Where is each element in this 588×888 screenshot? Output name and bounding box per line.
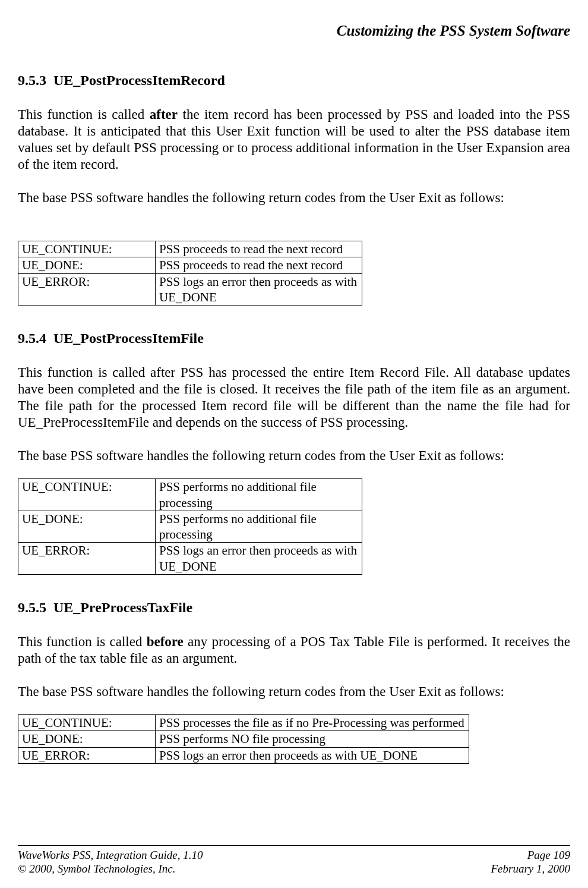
footer-date: February 1, 2000 bbox=[491, 862, 570, 876]
section-paragraph: This function is called after PSS has pr… bbox=[18, 364, 570, 431]
return-codes-table: UE_CONTINUE:PSS performs no additional f… bbox=[18, 478, 362, 575]
page-footer: WaveWorks PSS, Integration Guide, 1.10 ©… bbox=[18, 845, 570, 889]
return-code: UE_ERROR: bbox=[18, 543, 156, 575]
return-code-description: PSS proceeds to read the next record bbox=[156, 257, 362, 273]
bold-text: after bbox=[150, 107, 178, 122]
section-number: 9.5.4 bbox=[18, 330, 46, 347]
footer-page-number: Page 109 bbox=[491, 848, 570, 862]
section-title: UE_PostProcessItemRecord bbox=[53, 73, 225, 88]
return-codes-table: UE_CONTINUE:PSS processes the file as if… bbox=[18, 714, 469, 764]
return-code: UE_CONTINUE: bbox=[18, 241, 156, 257]
return-code-description: PSS processes the file as if no Pre-Proc… bbox=[156, 715, 469, 731]
section-paragraph: This function is called after the item r… bbox=[18, 106, 570, 173]
return-code: UE_CONTINUE: bbox=[18, 715, 156, 731]
return-code: UE_CONTINUE: bbox=[18, 479, 156, 511]
section-number: 9.5.5 bbox=[18, 600, 46, 616]
return-code-description: PSS logs an error then proceeds as with … bbox=[156, 273, 362, 306]
footer-doc-title: WaveWorks PSS, Integration Guide, 1.10 bbox=[18, 848, 203, 862]
return-code: UE_DONE: bbox=[18, 731, 156, 747]
return-code-description: PSS performs no additional file processi… bbox=[156, 479, 362, 511]
section-paragraph: This function is called before any proce… bbox=[18, 634, 570, 667]
table-row: UE_DONE:PSS performs NO file processing bbox=[18, 731, 469, 747]
return-code-description: PSS performs no additional file processi… bbox=[156, 511, 362, 543]
page-header: Customizing the PSS System Software bbox=[18, 23, 570, 39]
return-code-description: PSS performs NO file processing bbox=[156, 731, 469, 747]
section-title: UE_PreProcessTaxFile bbox=[53, 600, 192, 615]
page-content: 9.5.3UE_PostProcessItemRecordThis functi… bbox=[18, 48, 570, 845]
section-paragraph: The base PSS software handles the follow… bbox=[18, 684, 570, 700]
table-row: UE_CONTINUE:PSS performs no additional f… bbox=[18, 479, 362, 511]
header-rule: ________________________________________… bbox=[18, 42, 570, 48]
table-row: UE_ERROR:PSS logs an error then proceeds… bbox=[18, 543, 362, 575]
return-code: UE_DONE: bbox=[18, 511, 156, 543]
table-row: UE_ERROR:PSS logs an error then proceeds… bbox=[18, 273, 362, 306]
return-code-description: PSS proceeds to read the next record bbox=[156, 241, 362, 257]
return-codes-table: UE_CONTINUE:PSS proceeds to read the nex… bbox=[18, 241, 362, 306]
return-code: UE_ERROR: bbox=[18, 273, 156, 306]
section-heading: 9.5.3UE_PostProcessItemRecord bbox=[18, 73, 570, 89]
return-code-description: PSS logs an error then proceeds as with … bbox=[156, 747, 469, 763]
section-paragraph: The base PSS software handles the follow… bbox=[18, 190, 570, 206]
section-heading: 9.5.5UE_PreProcessTaxFile bbox=[18, 600, 570, 616]
section-title: UE_PostProcessItemFile bbox=[53, 330, 204, 346]
return-code-description: PSS logs an error then proceeds as with … bbox=[156, 543, 362, 575]
return-code: UE_ERROR: bbox=[18, 747, 156, 763]
section-number: 9.5.3 bbox=[18, 73, 46, 89]
table-row: UE_DONE:PSS proceeds to read the next re… bbox=[18, 257, 362, 273]
table-row: UE_CONTINUE:PSS proceeds to read the nex… bbox=[18, 241, 362, 257]
return-code: UE_DONE: bbox=[18, 257, 156, 273]
table-row: UE_CONTINUE:PSS processes the file as if… bbox=[18, 715, 469, 731]
section-paragraph: The base PSS software handles the follow… bbox=[18, 448, 570, 464]
section-heading: 9.5.4UE_PostProcessItemFile bbox=[18, 330, 570, 347]
footer-copyright: © 2000, Symbol Technologies, Inc. bbox=[18, 862, 203, 876]
bold-text: before bbox=[147, 634, 184, 649]
table-row: UE_ERROR:PSS logs an error then proceeds… bbox=[18, 747, 469, 763]
table-row: UE_DONE:PSS performs no additional file … bbox=[18, 511, 362, 543]
